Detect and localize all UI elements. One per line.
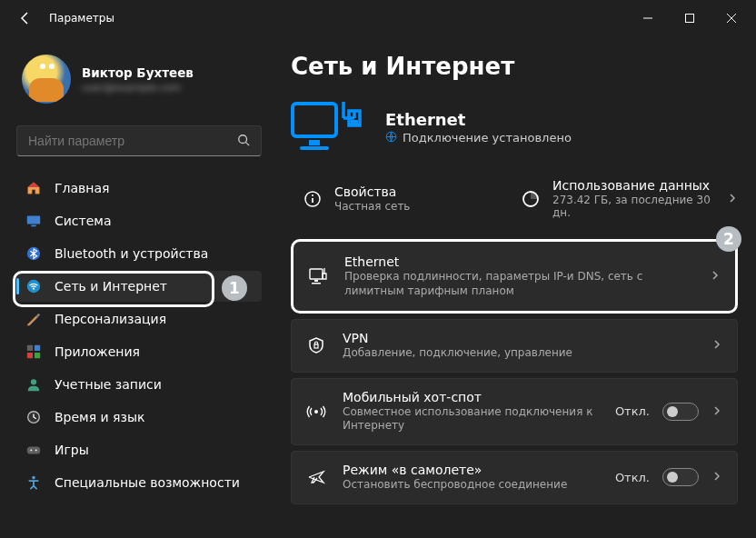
sidebar-item-accessibility[interactable]: Специальные возможности xyxy=(16,467,262,498)
svg-rect-20 xyxy=(351,120,358,125)
personalization-icon xyxy=(25,311,42,327)
svg-rect-0 xyxy=(686,15,694,23)
sidebar-item-time-language[interactable]: Время и язык xyxy=(16,402,262,433)
svg-point-11 xyxy=(31,379,36,384)
back-button[interactable] xyxy=(13,5,38,31)
svg-point-1 xyxy=(239,134,247,143)
hotspot-toggle[interactable] xyxy=(662,403,699,421)
card-sub: Остановить беспроводное соединение xyxy=(343,478,599,493)
sidebar-item-home[interactable]: Главная xyxy=(16,173,262,204)
svg-rect-9 xyxy=(27,353,33,358)
svg-point-14 xyxy=(30,450,32,452)
stat-data-usage[interactable]: Использование данных 273.42 ГБ, за после… xyxy=(509,173,727,224)
card-sub: Добавление, подключение, управление xyxy=(343,346,695,361)
card-hotspot[interactable]: Мобильный хот-спот Совместное использова… xyxy=(291,378,738,445)
search-box[interactable] xyxy=(16,125,262,156)
system-icon xyxy=(25,213,42,229)
svg-rect-3 xyxy=(31,225,35,227)
network-header: Ethernet Подключение установлено xyxy=(291,98,738,156)
card-title: Мобильный хот-спот xyxy=(343,390,599,404)
svg-rect-27 xyxy=(312,283,321,284)
network-status: Подключение установлено xyxy=(403,131,572,144)
sidebar-item-label: Приложения xyxy=(55,344,140,359)
user-name: Виктор Бухтеев xyxy=(82,65,194,80)
stats-row: Свойства Частная сеть Использование данн… xyxy=(291,173,738,224)
sidebar-item-label: Главная xyxy=(55,181,109,195)
titlebar: Параметры xyxy=(0,0,756,36)
ethernet-icon xyxy=(308,266,328,286)
page-title: Сеть и Интернет xyxy=(291,53,738,80)
svg-rect-7 xyxy=(27,345,33,351)
card-ethernet[interactable]: Ethernet Проверка подлинности, параметры… xyxy=(291,239,738,314)
airplane-toggle[interactable] xyxy=(662,468,699,486)
home-icon xyxy=(25,180,42,196)
sidebar-item-label: Система xyxy=(55,214,111,228)
chevron-right-icon xyxy=(727,192,738,206)
sidebar-item-system[interactable]: Система xyxy=(16,205,262,236)
svg-point-15 xyxy=(35,450,37,452)
stat-title: Свойства xyxy=(334,184,410,199)
monitor-ethernet-icon xyxy=(291,98,363,156)
svg-point-16 xyxy=(32,476,35,480)
callout-badge-2: 2 xyxy=(716,226,741,252)
svg-rect-13 xyxy=(27,446,40,453)
sidebar-item-label: Игры xyxy=(55,443,89,457)
sidebar: Виктор Бухтеев user@example.com Главная … xyxy=(0,36,273,538)
gaming-icon xyxy=(25,442,42,458)
stat-properties[interactable]: Свойства Частная сеть xyxy=(291,173,509,224)
svg-rect-18 xyxy=(309,140,320,145)
search-icon xyxy=(237,134,250,149)
card-title: VPN xyxy=(343,331,695,345)
main-panel: Сеть и Интернет Ethernet Подключение уст… xyxy=(273,36,756,538)
user-profile[interactable]: Виктор Бухтеев user@example.com xyxy=(16,42,262,120)
svg-point-23 xyxy=(312,194,313,196)
close-button[interactable] xyxy=(711,0,752,36)
svg-rect-10 xyxy=(35,353,40,358)
sidebar-item-bluetooth[interactable]: Bluetooth и устройства xyxy=(16,238,262,269)
sidebar-item-label: Учетные записи xyxy=(55,377,162,392)
chevron-right-icon xyxy=(711,404,722,419)
bluetooth-icon xyxy=(25,245,42,262)
chevron-right-icon xyxy=(711,338,722,353)
svg-rect-26 xyxy=(314,280,318,282)
globe-icon xyxy=(385,131,397,145)
maximize-button[interactable] xyxy=(669,0,711,36)
window-title: Параметры xyxy=(49,12,114,25)
clock-icon xyxy=(25,409,42,425)
minimize-button[interactable] xyxy=(627,0,669,36)
search-input[interactable] xyxy=(28,134,237,148)
svg-point-6 xyxy=(33,288,35,290)
toggle-label: Откл. xyxy=(615,471,650,484)
network-name: Ethernet xyxy=(385,110,572,129)
sidebar-item-label: Сеть и Интернет xyxy=(55,279,167,294)
sidebar-item-accounts[interactable]: Учетные записи xyxy=(16,369,262,400)
airplane-icon xyxy=(306,467,326,487)
info-icon xyxy=(303,190,322,208)
accounts-icon xyxy=(25,376,42,393)
sidebar-item-gaming[interactable]: Игры xyxy=(16,434,262,465)
svg-rect-17 xyxy=(293,104,336,136)
nav-list: Главная Система Bluetooth и устройства С… xyxy=(16,173,262,498)
card-sub: Совместное использование подключения к И… xyxy=(343,405,599,433)
chevron-right-icon xyxy=(711,470,722,484)
card-title: Ethernet xyxy=(344,254,693,269)
card-airplane[interactable]: Режим «в самолете» Остановить беспроводн… xyxy=(291,451,738,504)
user-email: user@example.com xyxy=(82,82,194,94)
sidebar-item-personalization[interactable]: Персонализация xyxy=(16,304,262,334)
shield-icon xyxy=(306,335,326,355)
sidebar-item-label: Bluetooth и устройства xyxy=(55,246,208,261)
settings-cards: Ethernet Проверка подлинности, параметры… xyxy=(291,239,738,504)
sidebar-item-apps[interactable]: Приложения xyxy=(16,336,262,367)
data-usage-icon xyxy=(522,190,540,208)
wifi-icon xyxy=(25,278,42,294)
card-title: Режим «в самолете» xyxy=(343,463,599,477)
svg-rect-28 xyxy=(314,344,318,348)
svg-rect-19 xyxy=(300,146,329,150)
sidebar-item-label: Специальные возможности xyxy=(55,475,240,490)
toggle-label: Откл. xyxy=(615,404,650,418)
avatar xyxy=(22,55,71,104)
sidebar-item-label: Персонализация xyxy=(55,312,166,326)
card-vpn[interactable]: VPN Добавление, подключение, управление xyxy=(291,319,738,373)
card-sub: Проверка подлинности, параметры IP-и DNS… xyxy=(344,270,693,298)
stat-sub: Частная сеть xyxy=(334,200,410,213)
